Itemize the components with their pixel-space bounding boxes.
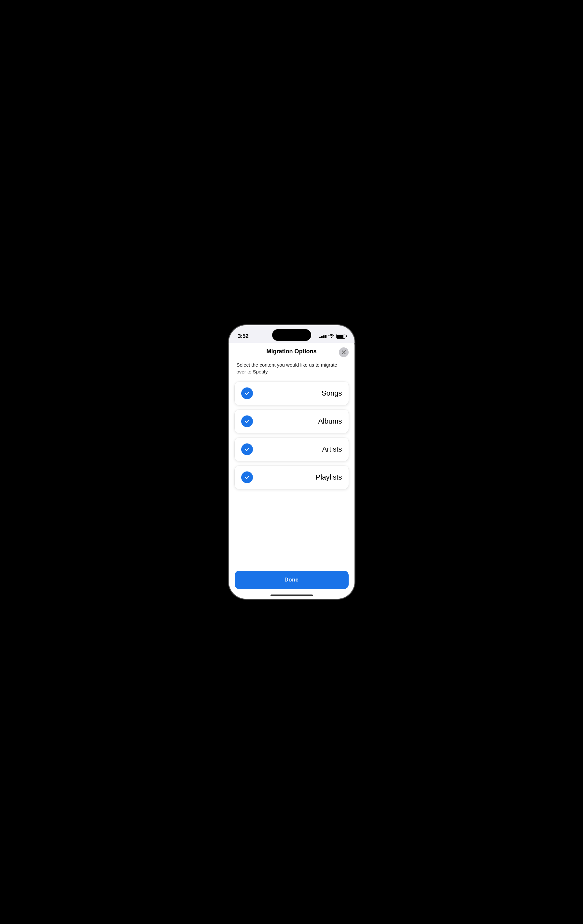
option-albums[interactable]: Albums (235, 409, 349, 433)
wifi-icon (328, 334, 334, 339)
option-songs[interactable]: Songs (235, 381, 349, 405)
option-playlists[interactable]: Playlists (235, 465, 349, 489)
home-indicator (270, 594, 313, 596)
option-label-songs: Songs (258, 389, 342, 398)
done-button-container: Done (229, 566, 354, 599)
options-list: Songs Albums Artists (229, 381, 354, 566)
option-label-playlists: Playlists (258, 473, 342, 482)
close-button[interactable] (339, 347, 349, 357)
check-circle-albums (241, 416, 253, 427)
modal-sheet: Migration Options Select the content you… (229, 342, 354, 599)
battery-icon (336, 334, 345, 338)
phone-frame: 3:52 Migration Options (228, 325, 355, 599)
status-time: 3:52 (238, 333, 249, 340)
modal-title: Migration Options (267, 348, 317, 355)
dynamic-island (272, 329, 311, 341)
status-icons (319, 334, 345, 339)
check-circle-artists (241, 444, 253, 455)
option-artists[interactable]: Artists (235, 437, 349, 461)
signal-dots-icon (319, 335, 326, 338)
option-label-artists: Artists (258, 445, 342, 454)
check-circle-playlists (241, 472, 253, 483)
modal-subtitle: Select the content you would like us to … (229, 358, 354, 381)
battery-fill (337, 335, 343, 338)
check-circle-songs (241, 388, 253, 399)
modal-header: Migration Options (229, 342, 354, 358)
option-label-albums: Albums (258, 417, 342, 426)
done-button[interactable]: Done (235, 571, 349, 589)
